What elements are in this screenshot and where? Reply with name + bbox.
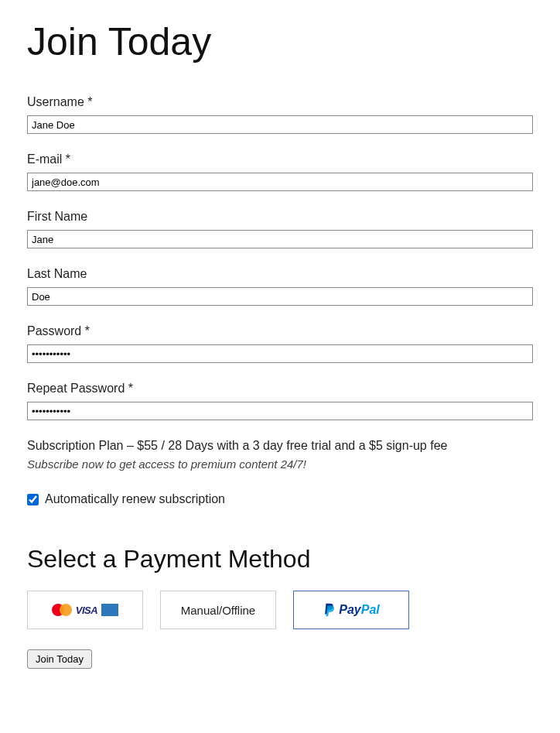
mastercard-icon bbox=[52, 603, 72, 617]
lastname-input[interactable] bbox=[27, 287, 533, 306]
manual-offline-label: Manual/Offline bbox=[181, 604, 255, 617]
visa-icon: VISA bbox=[76, 605, 97, 616]
firstname-label: First Name bbox=[27, 210, 533, 224]
paypal-icon bbox=[323, 602, 336, 618]
payment-method-title: Select a Payment Method bbox=[27, 545, 533, 574]
payment-option-cards[interactable]: VISA bbox=[27, 591, 143, 629]
password-label: Password * bbox=[27, 324, 533, 338]
email-label: E-mail * bbox=[27, 152, 533, 166]
paypal-text-pal: Pal bbox=[361, 603, 380, 617]
payment-option-manual[interactable]: Manual/Offline bbox=[160, 591, 276, 629]
subscription-plan-description: Subscribe now to get access to premium c… bbox=[27, 457, 533, 471]
page-title: Join Today bbox=[27, 19, 533, 64]
auto-renew-label: Automatically renew subscription bbox=[45, 492, 225, 506]
password-group: Password * bbox=[27, 324, 533, 363]
email-input[interactable] bbox=[27, 173, 533, 191]
auto-renew-checkbox[interactable] bbox=[27, 494, 39, 505]
repeat-password-label: Repeat Password * bbox=[27, 382, 533, 396]
join-today-button[interactable]: Join Today bbox=[27, 649, 92, 669]
firstname-group: First Name bbox=[27, 210, 533, 248]
paypal-text-pay: Pay bbox=[339, 603, 360, 617]
repeat-password-group: Repeat Password * bbox=[27, 382, 533, 420]
amex-icon bbox=[101, 604, 118, 616]
subscription-plan-text: Subscription Plan – $55 / 28 Days with a… bbox=[27, 439, 533, 453]
email-group: E-mail * bbox=[27, 152, 533, 191]
password-input[interactable] bbox=[27, 344, 533, 363]
repeat-password-input[interactable] bbox=[27, 402, 533, 420]
payment-option-paypal[interactable]: PayPal bbox=[293, 591, 409, 629]
username-label: Username * bbox=[27, 95, 533, 109]
firstname-input[interactable] bbox=[27, 230, 533, 248]
payment-methods: VISA Manual/Offline PayPal bbox=[27, 591, 533, 629]
lastname-group: Last Name bbox=[27, 267, 533, 306]
username-group: Username * bbox=[27, 95, 533, 134]
auto-renew-row: Automatically renew subscription bbox=[27, 492, 533, 506]
username-input[interactable] bbox=[27, 115, 533, 134]
lastname-label: Last Name bbox=[27, 267, 533, 281]
